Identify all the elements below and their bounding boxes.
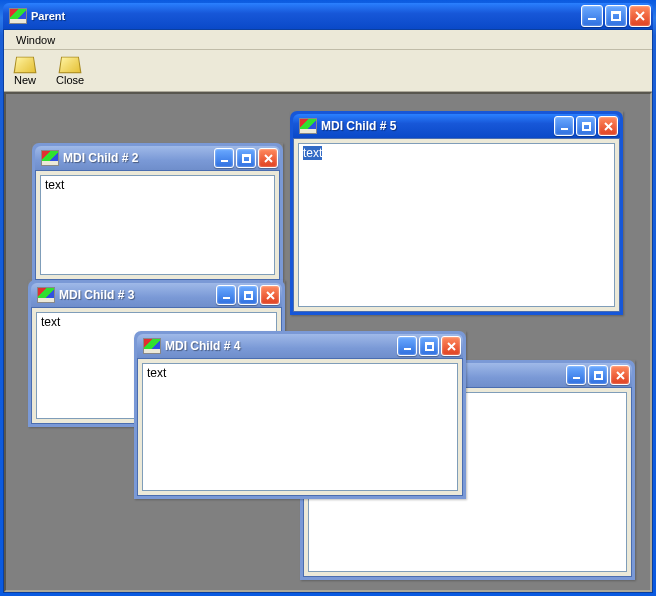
app-icon [37, 287, 53, 303]
app-icon [41, 150, 57, 166]
child-window-controls [214, 148, 280, 168]
maximize-button[interactable] [605, 5, 627, 27]
parent-window-controls [581, 5, 653, 27]
minimize-button[interactable] [554, 116, 574, 136]
child-client-area: text [35, 170, 280, 280]
child-window-controls [397, 336, 463, 356]
toolbar-close-button[interactable]: Close [52, 53, 88, 88]
close-button[interactable] [441, 336, 461, 356]
app-icon [143, 338, 159, 354]
close-button[interactable] [258, 148, 278, 168]
textbox[interactable]: text [298, 143, 615, 307]
menu-window[interactable]: Window [8, 32, 63, 48]
maximize-button[interactable] [576, 116, 596, 136]
child-window-controls [216, 285, 282, 305]
toolbar-new-button[interactable]: New [10, 53, 40, 88]
app-icon [9, 8, 25, 24]
toolbar-close-label: Close [56, 74, 84, 86]
minimize-button[interactable] [566, 365, 586, 385]
minimize-button[interactable] [397, 336, 417, 356]
child-frame: MDI Child # 2 text [32, 143, 283, 283]
close-button[interactable] [260, 285, 280, 305]
child-window-controls [566, 365, 632, 385]
child-window-2[interactable]: MDI Child # 2 text [32, 143, 283, 283]
child-title: MDI Child # 3 [57, 288, 134, 302]
close-button[interactable] [598, 116, 618, 136]
parent-window: Parent Window New Close [0, 0, 656, 596]
child-title: MDI Child # 5 [319, 119, 396, 133]
menubar: Window [4, 30, 652, 50]
minimize-button[interactable] [581, 5, 603, 27]
parent-client-area: Window New Close MDI Child # 2 [3, 29, 653, 593]
child-titlebar[interactable]: MDI Child # 4 [137, 334, 463, 358]
child-titlebar[interactable]: MDI Child # 3 [31, 283, 282, 307]
child-window-controls [554, 116, 620, 136]
maximize-button[interactable] [419, 336, 439, 356]
textbox[interactable]: text [40, 175, 275, 275]
child-title: MDI Child # 4 [163, 339, 240, 353]
maximize-button[interactable] [238, 285, 258, 305]
child-titlebar[interactable]: MDI Child # 5 [293, 114, 620, 138]
maximize-button[interactable] [588, 365, 608, 385]
close-button[interactable] [629, 5, 651, 27]
minimize-button[interactable] [216, 285, 236, 305]
toolbar: New Close [4, 50, 652, 92]
child-title: MDI Child # 2 [61, 151, 138, 165]
child-window-4[interactable]: MDI Child # 4 text [134, 331, 466, 499]
child-titlebar[interactable]: MDI Child # 2 [35, 146, 280, 170]
child-client-area: text [293, 138, 620, 312]
folder-new-icon [14, 57, 37, 74]
child-frame: MDI Child # 4 text [134, 331, 466, 499]
parent-title: Parent [29, 10, 65, 22]
close-button[interactable] [610, 365, 630, 385]
minimize-button[interactable] [214, 148, 234, 168]
child-window-5[interactable]: MDI Child # 5 text [290, 111, 623, 315]
child-client-area: text [137, 358, 463, 496]
child-frame: MDI Child # 5 text [290, 111, 623, 315]
textbox[interactable]: text [142, 363, 458, 491]
parent-titlebar[interactable]: Parent [3, 3, 653, 29]
app-icon [299, 118, 315, 134]
selected-text: text [303, 146, 322, 160]
folder-close-icon [59, 57, 82, 74]
mdi-client-area[interactable]: MDI Child # 2 text MDI Child # 3 [4, 92, 652, 592]
maximize-button[interactable] [236, 148, 256, 168]
toolbar-new-label: New [14, 74, 36, 86]
